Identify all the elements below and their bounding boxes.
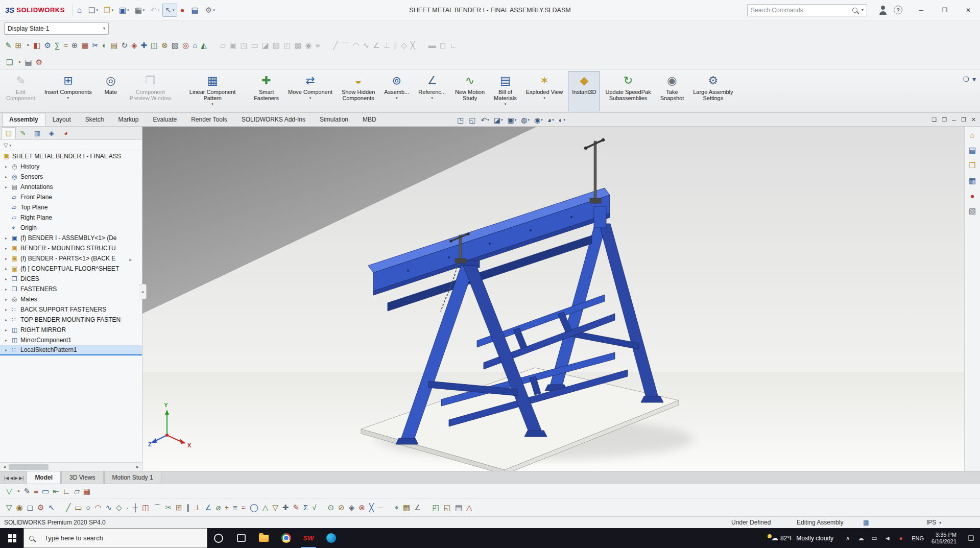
toolbar-icon[interactable]: ∿ — [106, 504, 112, 512]
last-tab-button[interactable]: ▶| — [19, 475, 23, 481]
expand-arrow-icon[interactable]: ▸ — [5, 175, 12, 179]
task-view-icon[interactable] — [230, 528, 252, 548]
toolbar-icon[interactable]: ∠ — [373, 41, 379, 50]
dropdown-caret-icon[interactable]: ▾ — [505, 102, 507, 106]
tree-item-top-plane[interactable]: ▱ Top Plane — [0, 202, 142, 212]
section-view-icon[interactable]: ◪ ▾ — [492, 115, 505, 125]
toolbar-icon[interactable]: ◫ — [142, 504, 149, 512]
dropdown-caret-icon[interactable]: ▾ — [67, 96, 69, 100]
toolbar-icon[interactable]: ┼ — [133, 504, 138, 512]
doc-restore-button[interactable]: ❐ — [961, 116, 966, 123]
search-caret-icon[interactable]: ▾ — [862, 8, 864, 12]
doc-close-button[interactable]: ✕ — [971, 116, 976, 123]
instant3d-button[interactable]: ◆ Instant3D — [568, 71, 600, 111]
chevron-down-icon[interactable]: ▾ — [9, 144, 11, 148]
command-tab[interactable]: Render Tools — [184, 113, 234, 126]
update-speedpak-button[interactable]: ↻ Update SpeedPak Subassemblies — [601, 71, 655, 111]
toolbar-icon[interactable]: ◯ — [250, 504, 258, 512]
toolbar-icon[interactable]: ∥ — [394, 41, 398, 50]
chevron-down-icon[interactable]: ▾ — [939, 520, 941, 525]
toolbar-icon[interactable]: ▤ — [455, 504, 462, 512]
tree-item-history[interactable]: ▸ ◷ History — [0, 161, 142, 172]
select-arrow-icon[interactable]: ↖ ▾ — [162, 4, 177, 17]
insert-components-button[interactable]: ⊞ Insert Components ▾ — [40, 71, 96, 111]
toolbar-icon[interactable]: ∠ — [205, 504, 211, 512]
toolbar-icon[interactable]: ⚙ — [36, 58, 42, 66]
prev-tab-button[interactable]: ◀ — [10, 475, 13, 481]
appearances-icon[interactable]: ● — [970, 192, 974, 200]
toolbar-icon[interactable]: ◈ — [131, 41, 137, 50]
toolbar-icon[interactable]: ◰ — [433, 504, 440, 512]
restore-button[interactable]: ❐ — [933, 0, 957, 20]
toolbar-icon[interactable]: ∥ — [186, 504, 190, 512]
toolbar-icon[interactable]: ⌂ — [193, 41, 197, 50]
toolbar-icon[interactable]: ◔ — [25, 41, 30, 50]
toolbar-icon[interactable]: ∠ — [414, 504, 421, 512]
toolbar-icon[interactable]: ╱ — [66, 504, 70, 512]
tree-item-right-mirror[interactable]: ▸ ◫ RIGHT MIRROR — [0, 325, 142, 335]
weather-widget[interactable]: ☁ 82°F Mostly cloudy — [761, 534, 840, 542]
edit-component-button[interactable]: ✎ Edit Component — [2, 71, 39, 111]
command-tab[interactable]: Assembly — [2, 113, 45, 126]
tree-item-localsketchpattern1[interactable]: ▸ ∷ LocalSketchPattern1 — [0, 345, 142, 355]
linear-component-pattern-button[interactable]: ▦ Linear Component Pattern ▾ — [176, 71, 249, 111]
expand-arrow-icon[interactable]: ▸ — [5, 267, 12, 271]
toolbar-icon[interactable]: ◔ — [16, 487, 20, 495]
zoom-area-icon[interactable]: ◱ — [467, 115, 477, 125]
tree-item-right-plane[interactable]: ▱ Right Plane — [0, 212, 142, 223]
new-document-icon[interactable]: ❏ ▾ — [86, 4, 101, 17]
expand-arrow-icon[interactable]: ▸ — [5, 287, 12, 292]
command-tab[interactable]: Evaluate — [146, 113, 184, 126]
toolbar-icon[interactable]: ∿ — [363, 41, 370, 50]
toolbar-icon[interactable]: ◧ — [33, 41, 40, 50]
toolbar-icon[interactable]: ◫ — [151, 41, 158, 50]
toolbar-icon[interactable]: ↖ — [49, 504, 55, 512]
toolbar-icon[interactable]: ▽ — [6, 487, 12, 495]
volume-icon[interactable]: ◄ — [881, 535, 894, 542]
rebuild-icon[interactable]: ● — [178, 4, 188, 17]
home-icon[interactable]: ⌂ — [970, 131, 974, 139]
toolbar-icon[interactable]: ◇ — [116, 504, 122, 512]
next-tab-button[interactable]: ▶ — [14, 475, 18, 481]
toolbar-icon[interactable]: ╱ — [333, 41, 338, 50]
expand-arrow-icon[interactable]: ▸ — [5, 338, 12, 343]
tree-item-conceptual-floor[interactable]: ▸ ▣ (f) [ CONCEPTUAL FLOOR^SHEET — [0, 264, 142, 274]
ribbon-options-caret-icon[interactable]: ▾ — [972, 75, 976, 83]
options-gear-icon[interactable]: ⚙ ▾ — [203, 4, 218, 17]
toolbar-icon[interactable]: Σ — [303, 504, 308, 512]
open-document-icon[interactable]: ❒ ▾ — [101, 4, 116, 17]
toolbar-icon[interactable]: ⊙ — [327, 504, 334, 512]
large-assembly-settings-button[interactable]: ⚙ Large Assembly Settings — [689, 71, 737, 111]
toolbar-icon[interactable]: ◉ — [16, 504, 23, 512]
show-hidden-components-button[interactable]: ◒ Show Hidden Components — [338, 71, 379, 111]
toolbar-icon[interactable]: ◔ — [16, 58, 21, 66]
user-account-icon[interactable] — [878, 6, 888, 15]
toolbar-icon[interactable]: △ — [466, 504, 472, 512]
toolbar-icon[interactable]: ≈ — [242, 504, 246, 512]
toolbar-icon[interactable]: ◎ — [182, 41, 189, 50]
toolbar-icon[interactable]: ⊕ — [71, 41, 78, 50]
model-tab[interactable]: Model — [27, 471, 61, 484]
command-tab[interactable]: SOLIDWORKS Add-Ins — [234, 113, 313, 126]
toolbar-icon[interactable]: ◭ — [201, 41, 207, 50]
save-icon[interactable]: ▣ ▾ — [116, 4, 132, 17]
featuremanager-tab-icon[interactable]: ▤ — [2, 127, 16, 139]
tree-horizontal-scrollbar[interactable]: ◄ ► — [0, 462, 142, 471]
toolbar-icon[interactable]: ◱ — [444, 504, 451, 512]
command-search-box[interactable]: Search Commands ▾ — [747, 4, 867, 16]
solidworks-icon[interactable]: SW — [297, 528, 320, 548]
scrollbar-thumb[interactable] — [9, 464, 49, 470]
panel-collapse-handle[interactable]: ◄ — [139, 284, 147, 299]
toolbar-icon[interactable]: ✂ — [92, 41, 99, 50]
alert-badge-icon[interactable]: ● — [895, 535, 907, 542]
dropdown-caret-icon[interactable]: ▾ — [543, 96, 545, 100]
toolbar-icon[interactable]: · — [126, 504, 129, 512]
expand-arrow-icon[interactable]: ▸ — [5, 277, 12, 281]
toolbar-icon[interactable]: ◪ — [262, 41, 269, 50]
assembly-features-button[interactable]: ⊚ Assemb... ▾ — [380, 71, 413, 111]
toolbar-icon[interactable]: ▤ — [110, 41, 117, 50]
toolbar-icon[interactable]: ⌒ — [153, 504, 161, 512]
toolbar-icon[interactable]: ± — [225, 504, 229, 512]
toolbar-icon[interactable]: ◰ — [283, 41, 291, 50]
new-motion-study-button[interactable]: ∿ New Motion Study — [451, 71, 489, 111]
